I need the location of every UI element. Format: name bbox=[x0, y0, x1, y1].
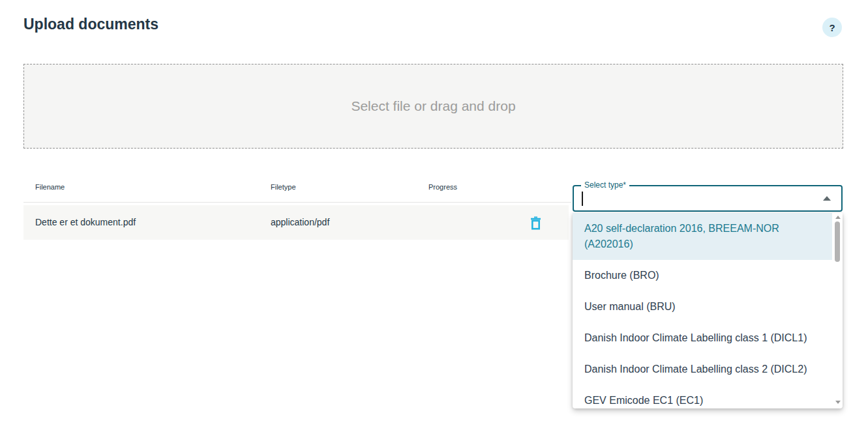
page-title: Upload documents bbox=[23, 16, 158, 33]
option-dicl1[interactable]: Danish Indoor Climate Labelling class 1 … bbox=[573, 322, 832, 354]
trash-icon bbox=[530, 216, 542, 230]
text-cursor bbox=[582, 192, 583, 206]
option-list: A20 self-declaration 2016, BREEAM-NOR (A… bbox=[573, 213, 832, 408]
chevron-up-icon[interactable] bbox=[823, 196, 831, 201]
table-header-divider bbox=[23, 202, 571, 203]
scroll-up-icon[interactable] bbox=[835, 216, 841, 219]
option-dicl2[interactable]: Danish Indoor Climate Labelling class 2 … bbox=[573, 354, 832, 385]
column-header-filename: Filename bbox=[35, 183, 65, 191]
scroll-down-icon[interactable] bbox=[835, 401, 841, 404]
select-type-combobox[interactable]: Select type* bbox=[573, 185, 843, 212]
dropdown-scrollbar[interactable] bbox=[833, 214, 842, 408]
dropzone-label: Select file or drag and drop bbox=[351, 98, 515, 114]
table-row: Dette er et dokument.pdf application/pdf bbox=[23, 205, 569, 240]
file-type-cell: application/pdf bbox=[271, 217, 329, 227]
help-button[interactable]: ? bbox=[822, 18, 842, 37]
select-type-label: Select type* bbox=[581, 180, 629, 190]
column-header-progress: Progress bbox=[428, 183, 457, 191]
file-name-cell: Dette er et dokument.pdf bbox=[35, 217, 136, 227]
option-bro[interactable]: Brochure (BRO) bbox=[573, 260, 832, 291]
option-ec1[interactable]: GEV Emicode EC1 (EC1) bbox=[573, 385, 832, 408]
column-header-filetype: Filetype bbox=[271, 183, 296, 191]
option-bru[interactable]: User manual (BRU) bbox=[573, 291, 832, 322]
file-dropzone[interactable]: Select file or drag and drop bbox=[23, 64, 843, 149]
question-mark-icon: ? bbox=[829, 22, 835, 33]
delete-file-button[interactable] bbox=[527, 214, 544, 231]
option-a202016[interactable]: A20 self-declaration 2016, BREEAM-NOR (A… bbox=[573, 213, 832, 260]
scrollbar-thumb[interactable] bbox=[835, 221, 840, 262]
select-type-dropdown: A20 self-declaration 2016, BREEAM-NOR (A… bbox=[573, 213, 843, 408]
